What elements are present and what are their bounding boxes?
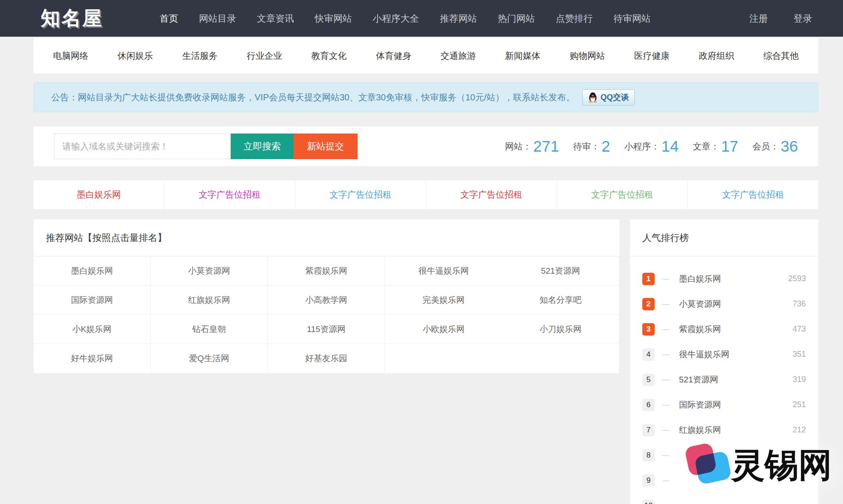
recommended-site-link[interactable]: 好基友乐园 bbox=[268, 344, 385, 373]
recommended-site-link[interactable]: 钻石皇朝 bbox=[151, 315, 268, 344]
recommended-site-link[interactable]: 小高教学网 bbox=[268, 286, 385, 315]
search-button[interactable]: 立即搜索 bbox=[231, 134, 294, 159]
rank-number-badge: 3 bbox=[642, 323, 655, 336]
ranked-site-link[interactable]: 紫霞娱乐网 bbox=[679, 324, 721, 335]
recommended-site-link[interactable]: 国际资源网 bbox=[34, 286, 151, 315]
ranked-site-link[interactable]: 521资源网 bbox=[679, 374, 718, 386]
text-ad-link[interactable]: 墨白娱乐网 bbox=[34, 180, 164, 209]
rank-number-badge: 4 bbox=[642, 348, 655, 361]
recommended-site-link[interactable]: 115资源网 bbox=[268, 315, 385, 344]
recommended-site-link[interactable]: 知名分享吧 bbox=[502, 286, 619, 315]
ranking-panel-title: 人气排行榜 bbox=[630, 219, 818, 256]
stat-label: 网站： bbox=[505, 141, 531, 153]
category-navbar: 电脑网络 休闲娱乐 生活服务 行业企业 教育文化 体育健身 交通旅游 新闻媒体 … bbox=[0, 38, 843, 73]
main-menu-item[interactable]: 小程序大全 bbox=[373, 12, 419, 25]
main-menu: 首页 网站目录 文章资讯 快审网站 小程序大全 推荐网站 热门网站 点赞排行 待… bbox=[160, 12, 651, 25]
recommended-site-link[interactable]: 小刀娱乐网 bbox=[502, 315, 619, 344]
announcement-bar: 公告：网站目录为广大站长提供免费收录网站服务，VIP会员每天提交网站30、文章3… bbox=[34, 82, 818, 112]
category-item[interactable]: 交通旅游 bbox=[440, 50, 476, 62]
recommended-site-link[interactable]: 小莫资源网 bbox=[151, 256, 268, 286]
rank-separator: — bbox=[662, 275, 669, 283]
stat-value: 17 bbox=[721, 137, 738, 155]
stat-item: 小程序： 14 bbox=[624, 137, 679, 155]
category-item[interactable]: 体育健身 bbox=[376, 50, 411, 62]
auth-links: 注册 登录 bbox=[749, 12, 818, 25]
ranking-row[interactable]: 3 — 紫霞娱乐网 473 bbox=[642, 317, 806, 342]
rank-click-count: 473 bbox=[793, 325, 806, 334]
ranking-row[interactable]: 4 — 很牛逼娱乐网 351 bbox=[642, 342, 806, 367]
text-ad-link[interactable]: 文字广告位招租 bbox=[557, 180, 688, 209]
category-item[interactable]: 购物网站 bbox=[570, 50, 605, 62]
stat-item: 会员： 36 bbox=[752, 137, 798, 155]
text-ad-link[interactable]: 文字广告位招租 bbox=[295, 180, 426, 209]
recommended-site-link[interactable] bbox=[502, 344, 619, 373]
category-item[interactable]: 教育文化 bbox=[311, 50, 347, 62]
category-item[interactable]: 医疗健康 bbox=[634, 50, 670, 62]
recommended-site-link[interactable]: 红旗娱乐网 bbox=[151, 286, 268, 315]
ranking-row[interactable]: 5 — 521资源网 319 bbox=[642, 367, 806, 392]
ranked-site-link[interactable]: 墨白娱乐网 bbox=[679, 273, 721, 285]
category-item[interactable]: 休闲娱乐 bbox=[118, 50, 153, 62]
search-input[interactable] bbox=[54, 134, 231, 159]
ranking-row[interactable]: 2 — 小莫资源网 736 bbox=[642, 291, 806, 317]
text-ad-link[interactable]: 文字广告位招租 bbox=[688, 180, 818, 209]
recommended-site-link[interactable]: 爱Q生活网 bbox=[151, 344, 268, 373]
category-item[interactable]: 电脑网络 bbox=[53, 50, 88, 62]
main-menu-item[interactable]: 网站目录 bbox=[199, 12, 236, 25]
stat-value: 271 bbox=[533, 137, 559, 155]
recommended-site-link[interactable]: 小欧娱乐网 bbox=[385, 315, 502, 344]
rank-separator: — bbox=[662, 300, 669, 308]
auth-link[interactable]: 注册 bbox=[749, 12, 768, 25]
recommended-site-link[interactable]: 完美娱乐网 bbox=[385, 286, 502, 315]
rank-click-count: 251 bbox=[793, 400, 806, 409]
rank-number-badge: 5 bbox=[642, 374, 655, 386]
ranking-row[interactable]: 1 — 墨白娱乐网 2593 bbox=[642, 266, 806, 291]
recommended-site-link[interactable]: 521资源网 bbox=[502, 256, 619, 286]
main-menu-item[interactable]: 推荐网站 bbox=[440, 12, 477, 25]
ranked-site-link[interactable]: 国际资源网 bbox=[679, 399, 721, 411]
main-menu-item[interactable]: 文章资讯 bbox=[257, 12, 294, 25]
main-menu-item[interactable]: 待审网站 bbox=[614, 12, 651, 25]
recommended-site-link[interactable]: 紫霞娱乐网 bbox=[268, 256, 385, 286]
recommended-sites-panel: 推荐网站【按照点击量排名】 墨白娱乐网 小莫资源网 紫霞娱乐网 很牛逼娱乐网 5… bbox=[34, 219, 619, 373]
ranking-row[interactable]: 6 — 国际资源网 251 bbox=[642, 392, 806, 417]
qq-chat-button[interactable]: QQ交谈 bbox=[582, 89, 635, 106]
announcement-text: 公告：网站目录为广大站长提供免费收录网站服务，VIP会员每天提交网站30、文章3… bbox=[51, 92, 575, 103]
stat-value: 14 bbox=[661, 137, 679, 155]
text-ad-link[interactable]: 文字广告位招租 bbox=[426, 180, 557, 209]
recommended-panel-title: 推荐网站【按照点击量排名】 bbox=[34, 219, 619, 256]
category-item[interactable]: 政府组织 bbox=[699, 50, 734, 62]
category-item[interactable]: 行业企业 bbox=[247, 50, 282, 62]
search-panel: 立即搜索 新站提交 网站： 271 待审： 2 小程序： 14 文章： 17 bbox=[34, 126, 818, 166]
main-menu-item[interactable]: 点赞排行 bbox=[556, 12, 593, 25]
rank-number-badge: 7 bbox=[642, 424, 655, 436]
category-item[interactable]: 生活服务 bbox=[182, 50, 217, 62]
submit-site-button[interactable]: 新站提交 bbox=[294, 134, 358, 159]
ranked-site-link[interactable]: 很牛逼娱乐网 bbox=[679, 349, 729, 360]
main-menu-item[interactable]: 首页 bbox=[160, 12, 178, 25]
recommended-site-link[interactable] bbox=[385, 344, 502, 373]
stat-value: 2 bbox=[602, 137, 610, 155]
recommended-sites-grid: 墨白娱乐网 小莫资源网 紫霞娱乐网 很牛逼娱乐网 521资源网 国际资源网 红旗… bbox=[34, 256, 619, 373]
rank-separator: — bbox=[662, 325, 669, 333]
auth-link[interactable]: 登录 bbox=[793, 12, 812, 25]
recommended-site-link[interactable]: 小K娱乐网 bbox=[34, 315, 151, 344]
recommended-site-link[interactable]: 好牛娱乐网 bbox=[34, 344, 151, 373]
recommended-site-link[interactable]: 很牛逼娱乐网 bbox=[385, 256, 502, 286]
rank-number-badge: 9 bbox=[642, 474, 655, 487]
main-menu-item[interactable]: 快审网站 bbox=[315, 12, 352, 25]
category-item[interactable]: 综合其他 bbox=[763, 50, 799, 62]
text-ad-link[interactable]: 文字广告位招租 bbox=[164, 180, 295, 209]
watermark: 灵锡网 bbox=[686, 441, 832, 489]
text-ad-row: 墨白娱乐网 文字广告位招租 文字广告位招租 文字广告位招租 文字广告位招租 文字… bbox=[34, 180, 818, 209]
stat-item: 网站： 271 bbox=[505, 137, 559, 155]
stat-value: 36 bbox=[781, 137, 798, 155]
category-item[interactable]: 新闻媒体 bbox=[505, 50, 541, 62]
rank-number-badge: 1 bbox=[642, 273, 655, 285]
rank-number-badge: 8 bbox=[642, 449, 655, 462]
main-menu-item[interactable]: 热门网站 bbox=[498, 12, 535, 25]
recommended-site-link[interactable]: 墨白娱乐网 bbox=[34, 256, 151, 286]
ranked-site-link[interactable]: 小莫资源网 bbox=[679, 298, 721, 310]
rank-number-badge: 2 bbox=[642, 298, 655, 310]
site-logo[interactable]: 知名屋 bbox=[41, 5, 103, 31]
